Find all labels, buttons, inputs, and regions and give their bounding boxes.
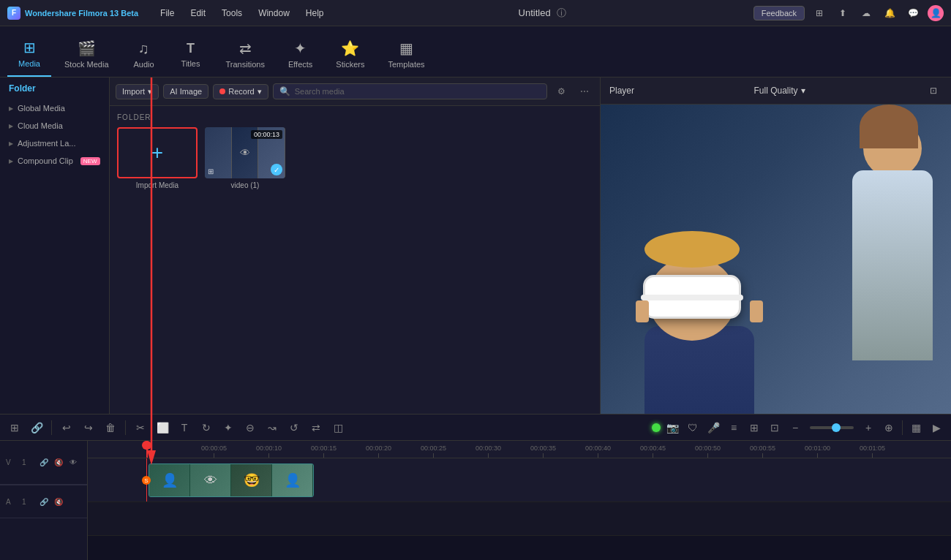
timeline-tracks: V 1 🔗 🔇 👁 A 1 🔗 🔇 <box>0 441 951 560</box>
pip-tl-icon[interactable]: ⊡ <box>766 419 783 436</box>
cloud-icon[interactable]: ☁ <box>857 4 875 22</box>
tab-titles[interactable]: T Titles <box>169 33 213 77</box>
redo-button[interactable]: ↪ <box>80 419 97 436</box>
track-link-icon[interactable]: 🔗 <box>38 457 50 469</box>
compound-clip-badge: NEW <box>80 157 100 165</box>
stickers-tab-label: Stickers <box>336 60 364 69</box>
video-clip-1[interactable]: 👤 👁 🤓 👤 <box>149 463 314 497</box>
audio-mute-icon[interactable]: 🔇 <box>53 496 64 507</box>
expand-arrow-compound: ▶ <box>9 158 13 164</box>
notification-icon[interactable]: 🔔 <box>881 4 898 22</box>
audio-tl-button[interactable]: ↺ <box>285 419 303 436</box>
link-button[interactable]: 🔗 <box>28 419 45 436</box>
project-title: Untitled <box>519 7 551 18</box>
quality-selector[interactable]: Full Quality ▾ <box>753 86 805 96</box>
layout-icon[interactable]: ▦ <box>907 419 925 436</box>
media-tab-label: Media <box>18 59 40 68</box>
export-icon[interactable]: ⬆ <box>834 4 852 22</box>
split-button[interactable]: ✂ <box>132 419 149 436</box>
track-controls: V 1 🔗 🔇 👁 A 1 🔗 🔇 <box>0 441 88 560</box>
menu-file[interactable]: File <box>153 5 181 21</box>
search-input[interactable] <box>295 87 541 96</box>
chat-icon[interactable]: 💬 <box>904 4 922 22</box>
compound-clip-label: Compound Clip <box>18 156 73 165</box>
title-center: Untitled ⓘ <box>331 7 753 20</box>
display-icon[interactable]: ⊞ <box>811 4 828 22</box>
rotate-button[interactable]: ↻ <box>198 419 215 436</box>
more-tl-icon[interactable]: ▶ <box>928 419 945 436</box>
sidebar-item-adjustment[interactable]: ▶ Adjustment La... <box>0 135 109 152</box>
video-track-number: 1 <box>22 458 34 466</box>
record-button[interactable]: Record ▾ <box>213 84 268 99</box>
record-label: Record <box>228 87 254 96</box>
stickers-tab-icon: ⭐ <box>341 39 359 57</box>
audio-link-icon[interactable]: 🔗 <box>38 496 50 507</box>
zoom-handle[interactable] <box>832 423 841 432</box>
stock-media-tab-label: Stock Media <box>64 60 109 69</box>
grid-icon[interactable]: ⊞ <box>745 419 763 436</box>
tab-audio[interactable]: ♫ Audio <box>122 33 166 77</box>
text-button[interactable]: T <box>176 419 193 436</box>
tab-media[interactable]: ⊞ Media <box>7 33 51 77</box>
undo-button[interactable]: ↩ <box>58 419 75 436</box>
tab-stickers[interactable]: ⭐ Stickers <box>326 33 375 77</box>
add-tl-icon[interactable]: ⊕ <box>880 419 898 436</box>
caption-icon[interactable]: ≡ <box>725 419 743 436</box>
color-button[interactable]: ◫ <box>329 419 347 436</box>
sidebar-item-compound-clip[interactable]: ▶ Compound Clip NEW <box>0 152 109 170</box>
delete-button[interactable]: 🗑 <box>102 419 119 436</box>
crop-button[interactable]: ⬜ <box>154 419 171 436</box>
ruler-mark-9: 00:00:45 <box>640 444 666 458</box>
avatar[interactable]: 👤 <box>928 5 944 21</box>
tab-stock-media[interactable]: 🎬 Stock Media <box>54 33 119 77</box>
toolbar-divider-1 <box>51 420 52 435</box>
adjustment-label: Adjustment La... <box>18 139 76 148</box>
zoom-in-icon[interactable]: + <box>860 419 877 436</box>
menu-edit[interactable]: Edit <box>183 5 213 21</box>
top-right-controls: Feedback ⊞ ⬆ ☁ 🔔 💬 👤 <box>753 4 944 22</box>
add-track-button[interactable]: ⊞ <box>6 419 23 436</box>
record-indicator-icon <box>652 423 661 432</box>
feedback-button[interactable]: Feedback <box>753 6 805 20</box>
speed-button[interactable]: ⇄ <box>307 419 325 436</box>
sidebar-item-global-media[interactable]: ▶ Global Media <box>0 99 109 117</box>
track-eye-icon[interactable]: 👁 <box>67 457 79 469</box>
ai-image-button[interactable]: AI Image <box>163 84 208 99</box>
tab-templates[interactable]: ▦ Templates <box>377 33 435 77</box>
more-options-icon[interactable]: ⋯ <box>575 82 594 101</box>
tab-effects[interactable]: ✦ Effects <box>278 33 323 77</box>
import-media-item[interactable]: + Import Media <box>117 127 198 189</box>
tab-transitions[interactable]: ⇄ Transitions <box>216 33 275 77</box>
timeline-toolbar: ⊞ 🔗 ↩ ↪ 🗑 ✂ ⬜ T ↻ ✦ ⊖ ↝ ↺ ⇄ ◫ 📷 🛡 🎤 ≡ ⊞ … <box>0 415 951 441</box>
track-mute-icon[interactable]: 🔇 <box>53 457 64 469</box>
record-dot-icon <box>219 88 225 94</box>
motion-button[interactable]: ↝ <box>263 419 281 436</box>
import-button[interactable]: Import ▾ <box>116 84 159 99</box>
transitions-tab-icon: ⇄ <box>239 39 252 57</box>
audio-track-row <box>88 502 951 536</box>
menu-tools[interactable]: Tools <box>214 5 249 21</box>
video-type-icon: ⊞ <box>208 167 214 175</box>
expand-arrow-global: ▶ <box>9 105 13 112</box>
sidebar-item-cloud-media[interactable]: ▶ Cloud Media <box>0 117 109 135</box>
quality-label: Full Quality <box>753 86 797 96</box>
effects-tl-button[interactable]: ✦ <box>219 419 237 436</box>
filter-icon[interactable]: ⚙ <box>552 82 571 101</box>
import-label: Import <box>122 87 145 96</box>
zoom-out-icon[interactable]: − <box>786 419 804 436</box>
menu-help[interactable]: Help <box>298 5 331 21</box>
timeline-content[interactable]: 00:00:05 00:00:10 00:00:15 00:00:20 00:0… <box>88 441 951 560</box>
timeline-area: ⊞ 🔗 ↩ ↪ 🗑 ✂ ⬜ T ↻ ✦ ⊖ ↝ ↺ ⇄ ◫ 📷 🛡 🎤 ≡ ⊞ … <box>0 414 951 560</box>
menu-window[interactable]: Window <box>251 5 297 21</box>
mic-icon[interactable]: 🎤 <box>704 419 722 436</box>
sidebar-header: Folder <box>0 77 109 99</box>
mask-button[interactable]: ⊖ <box>241 419 259 436</box>
video-check-icon: ✓ <box>271 164 282 175</box>
toolbar-divider-3 <box>902 420 903 435</box>
player-settings-icon[interactable]: ⊡ <box>925 82 942 99</box>
search-bar: 🔍 <box>273 83 547 99</box>
shield-icon[interactable]: 🛡 <box>684 419 702 436</box>
webcam-icon[interactable]: 📷 <box>664 419 681 436</box>
zoom-slider[interactable] <box>810 426 854 429</box>
video-media-item[interactable]: 👁 00:00:13 ⊞ ✓ video (1) <box>205 127 285 189</box>
